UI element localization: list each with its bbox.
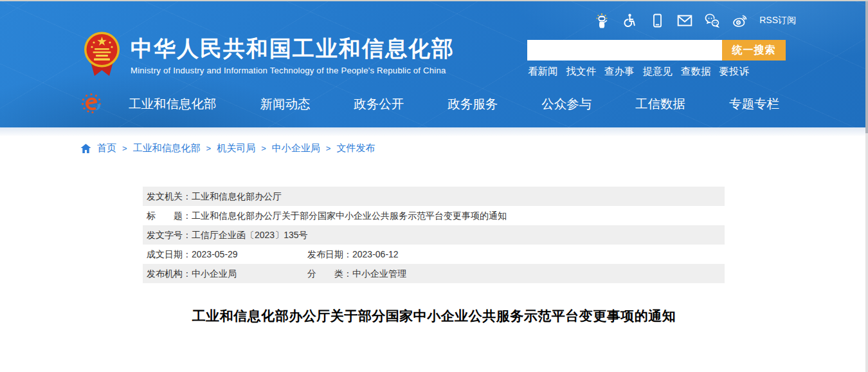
robot-assistant-icon[interactable] bbox=[593, 12, 610, 29]
site-title-cn: 中华人民共和国工业和信息化部 bbox=[131, 35, 455, 62]
search-bar: 统一搜索 bbox=[527, 40, 786, 60]
breadcrumb-departments[interactable]: 机关司局 bbox=[217, 142, 255, 154]
meta-label: 发布机构： bbox=[147, 264, 192, 283]
table-row: 发文字号： 工信厅企业函〔2023〕135号 bbox=[143, 225, 725, 245]
unified-search-button[interactable]: 统一搜索 bbox=[722, 40, 786, 60]
nav-item-gov-service[interactable]: 政务服务 bbox=[448, 95, 498, 113]
meta-value: 工业和信息化部办公厅 bbox=[192, 187, 282, 206]
nav-item-gov-open[interactable]: 政务公开 bbox=[354, 95, 404, 113]
nav-items: 工业和信息化部 新闻动态 政务公开 政务服务 公众参与 工信数据 专题专栏 bbox=[129, 89, 779, 118]
nav-item-data[interactable]: 工信数据 bbox=[635, 95, 685, 113]
table-row: 发文机关： 工业和信息化部办公厅 bbox=[143, 187, 725, 206]
meta-label: 发文机关： bbox=[147, 187, 192, 206]
meta-label: 发文字号： bbox=[147, 225, 192, 245]
meta-value: 工信厅企业函〔2023〕135号 bbox=[192, 225, 308, 245]
quick-link-news[interactable]: 看新闻 bbox=[528, 65, 558, 79]
breadcrumb-miit[interactable]: 工业和信息化部 bbox=[133, 142, 201, 154]
nav-item-topics[interactable]: 专题专栏 bbox=[729, 95, 779, 113]
breadcrumb-home[interactable]: 首页 bbox=[97, 142, 116, 154]
article-title: 工业和信息化部办公厅关于部分国家中小企业公共服务示范平台变更事项的通知 bbox=[0, 307, 868, 325]
search-input[interactable] bbox=[527, 40, 722, 60]
meta-label: 标 题： bbox=[147, 206, 192, 225]
quick-link-services[interactable]: 查办事 bbox=[604, 65, 635, 79]
meta-publish-org: 发布机构： 中小企业局 bbox=[143, 264, 307, 283]
accessibility-icon[interactable] bbox=[621, 12, 638, 29]
table-row: 发布机构： 中小企业局 分 类： 中小企业管理 bbox=[143, 264, 725, 283]
meta-value: 2023-05-29 bbox=[192, 245, 238, 264]
quick-links-row: 看新闻 找文件 查办事 提意见 查数据 要投诉 bbox=[528, 65, 749, 79]
home-icon[interactable] bbox=[80, 144, 91, 154]
meta-label: 成文日期： bbox=[147, 245, 192, 264]
rss-subscribe-link[interactable]: RSS订阅 bbox=[759, 15, 796, 26]
page: 中华人民共和国工业和信息化部 Ministry of Industry and … bbox=[0, 0, 868, 372]
scrollbar-thumb[interactable] bbox=[865, 1, 868, 133]
breadcrumb-sme-bureau[interactable]: 中小企业局 bbox=[272, 142, 320, 154]
quick-link-data[interactable]: 查数据 bbox=[681, 65, 711, 79]
quick-link-files[interactable]: 找文件 bbox=[566, 65, 597, 79]
meta-written-date: 成文日期： 2023-05-29 bbox=[143, 245, 307, 264]
table-row: 成文日期： 2023-05-29 发布日期： 2023-06-12 bbox=[143, 245, 725, 264]
table-row: 标 题： 工业和信息化部办公厅关于部分国家中小企业公共服务示范平台变更事项的通知 bbox=[143, 206, 725, 225]
main-nav: 工业和信息化部 新闻动态 政务公开 政务服务 公众参与 工信数据 专题专栏 bbox=[0, 89, 868, 118]
meta-title: 标 题： 工业和信息化部办公厅关于部分国家中小企业公共服务示范平台变更事项的通知 bbox=[143, 206, 507, 225]
quick-link-feedback[interactable]: 提意见 bbox=[643, 65, 673, 79]
meta-category: 分 类： 中小企业管理 bbox=[307, 264, 406, 283]
header-shadow-band bbox=[0, 127, 868, 136]
meta-value: 2023-06-12 bbox=[352, 245, 399, 264]
site-header: 中华人民共和国工业和信息化部 Ministry of Industry and … bbox=[0, 1, 868, 127]
meta-publish-date: 发布日期： 2023-06-12 bbox=[307, 245, 399, 264]
scrollbar[interactable] bbox=[865, 1, 868, 372]
breadcrumb-separator: > bbox=[206, 144, 212, 153]
breadcrumb-separator: > bbox=[122, 144, 127, 153]
breadcrumb-separator: > bbox=[326, 144, 331, 153]
meta-value: 工业和信息化部办公厅关于部分国家中小企业公共服务示范平台变更事项的通知 bbox=[192, 206, 507, 225]
site-title-en: Ministry of Industry and Information Tec… bbox=[131, 66, 455, 75]
meta-issuing-agency: 发文机关： 工业和信息化部办公厅 bbox=[143, 187, 282, 206]
nav-item-miit[interactable]: 工业和信息化部 bbox=[129, 95, 217, 113]
miit-logo-icon bbox=[79, 91, 104, 116]
meta-label: 分 类： bbox=[307, 264, 352, 283]
document-meta-table: 发文机关： 工业和信息化部办公厅 标 题： 工业和信息化部办公厅关于部分国家中小… bbox=[143, 187, 725, 283]
wechat-icon[interactable] bbox=[704, 12, 721, 29]
meta-value: 中小企业局 bbox=[192, 264, 237, 283]
meta-label: 发布日期： bbox=[307, 245, 352, 264]
nav-item-participation[interactable]: 公众参与 bbox=[541, 95, 592, 113]
meta-value: 中小企业管理 bbox=[352, 264, 406, 283]
meta-doc-number: 发文字号： 工信厅企业函〔2023〕135号 bbox=[143, 225, 308, 245]
utility-icons-row: RSS订阅 bbox=[593, 12, 796, 29]
mobile-icon[interactable] bbox=[649, 12, 665, 29]
brand-block: 中华人民共和国工业和信息化部 Ministry of Industry and … bbox=[131, 35, 455, 75]
breadcrumb: 首页 > 工业和信息化部 > 机关司局 > 中小企业局 > 文件发布 bbox=[80, 142, 868, 154]
national-emblem-icon bbox=[84, 31, 120, 79]
nav-item-news[interactable]: 新闻动态 bbox=[260, 95, 310, 113]
quick-link-complaint[interactable]: 要投诉 bbox=[719, 65, 750, 79]
breadcrumb-document-release[interactable]: 文件发布 bbox=[336, 142, 375, 154]
mail-icon[interactable] bbox=[676, 12, 693, 29]
breadcrumb-separator: > bbox=[261, 144, 266, 153]
weibo-icon[interactable] bbox=[732, 12, 748, 29]
